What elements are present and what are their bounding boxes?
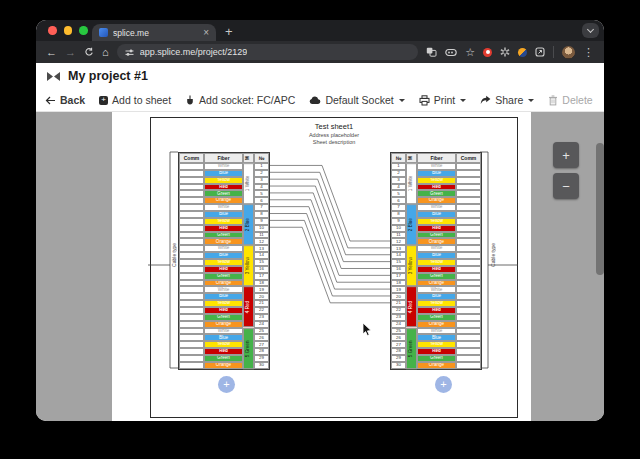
fiber-cell[interactable]: Red xyxy=(204,184,243,191)
fiber-cell[interactable]: Orange xyxy=(204,280,243,287)
fiber-cell[interactable]: Orange xyxy=(204,197,243,204)
right-cable-table[interactable]: CommFiberМ№White1Blue2Yellow3Red4Green5O… xyxy=(390,152,482,370)
splice-connection[interactable] xyxy=(268,227,390,303)
bookmark-star-icon[interactable]: ☆ xyxy=(465,47,475,58)
fiber-cell[interactable]: Orange xyxy=(417,238,456,245)
fiber-cell[interactable]: Orange xyxy=(417,280,456,287)
browser-menu-icon[interactable]: ⋮ xyxy=(583,46,594,59)
address-bar[interactable]: app.splice.me/project/2129 xyxy=(117,44,418,60)
fiber-cell[interactable]: Green xyxy=(417,232,456,239)
fiber-cell[interactable]: Red xyxy=(204,225,243,232)
zoom-in-button[interactable]: + xyxy=(553,142,579,168)
fiber-cell[interactable]: Yellow xyxy=(417,341,456,348)
tab-search-button[interactable] xyxy=(582,23,599,38)
fiber-cell[interactable]: Green xyxy=(417,314,456,321)
add-to-sheet-button[interactable]: + Add to sheet xyxy=(99,94,171,106)
fiber-cell[interactable]: White xyxy=(204,328,243,335)
share-button[interactable]: Share xyxy=(480,94,534,106)
splice-connection[interactable] xyxy=(268,207,390,283)
fiber-cell[interactable]: Blue xyxy=(417,170,456,177)
print-button[interactable]: Print xyxy=(419,94,467,106)
fiber-cell[interactable]: Green xyxy=(204,355,243,362)
fiber-cell[interactable]: Blue xyxy=(417,211,456,218)
fiber-cell[interactable]: Yellow xyxy=(204,300,243,307)
fiber-cell[interactable]: White xyxy=(417,163,456,170)
fiber-cell[interactable]: Red xyxy=(417,348,456,355)
fiber-cell[interactable]: Yellow xyxy=(204,341,243,348)
site-settings-icon[interactable] xyxy=(125,48,134,57)
fiber-cell[interactable]: White xyxy=(417,245,456,252)
fiber-cell[interactable]: Blue xyxy=(204,252,243,259)
browser-back-button[interactable]: ← xyxy=(46,47,57,58)
fiber-cell[interactable]: Red xyxy=(417,307,456,314)
fiber-cell[interactable]: Red xyxy=(204,348,243,355)
fiber-cell[interactable]: White xyxy=(417,204,456,211)
fiber-cell[interactable]: Orange xyxy=(417,197,456,204)
fiber-cell[interactable]: White xyxy=(204,204,243,211)
fiber-cell[interactable]: White xyxy=(204,245,243,252)
close-tab-icon[interactable]: × xyxy=(203,28,209,38)
window-controls[interactable] xyxy=(48,26,88,35)
profile-avatar[interactable] xyxy=(562,46,575,59)
fiber-cell[interactable]: Orange xyxy=(204,238,243,245)
extension-color-icon[interactable] xyxy=(518,48,527,57)
fiber-cell[interactable]: Blue xyxy=(417,293,456,300)
fiber-cell[interactable]: Green xyxy=(204,314,243,321)
reload-icon[interactable] xyxy=(84,47,94,57)
back-button[interactable]: Back xyxy=(45,94,85,106)
fiber-cell[interactable]: Yellow xyxy=(417,177,456,184)
extension-recorder-icon[interactable] xyxy=(483,48,492,57)
fiber-cell[interactable]: Red xyxy=(417,184,456,191)
fiber-cell[interactable]: Green xyxy=(204,232,243,239)
left-cable-table[interactable]: CommFiberМ№White1Blue2Yellow3Red4Green5O… xyxy=(178,152,270,370)
fiber-cell[interactable]: Orange xyxy=(204,362,243,369)
minimize-window-button[interactable] xyxy=(64,26,73,35)
fiber-cell[interactable]: Green xyxy=(417,355,456,362)
fiber-cell[interactable]: Yellow xyxy=(417,218,456,225)
browser-forward-button[interactable]: → xyxy=(65,47,76,58)
splice-connection[interactable] xyxy=(268,193,390,269)
fiber-cell[interactable]: Green xyxy=(204,190,243,197)
fiber-cell[interactable]: White xyxy=(417,328,456,335)
splice-connection[interactable] xyxy=(268,220,390,296)
home-icon[interactable]: ⌂ xyxy=(102,47,109,58)
translate-icon[interactable] xyxy=(426,47,437,57)
fiber-cell[interactable]: White xyxy=(417,286,456,293)
splice-connection[interactable] xyxy=(268,200,390,276)
fiber-cell[interactable]: Yellow xyxy=(204,259,243,266)
fiber-cell[interactable]: White xyxy=(204,163,243,170)
splice-connection[interactable] xyxy=(268,214,390,290)
fiber-cell[interactable]: Blue xyxy=(204,211,243,218)
fiber-cell[interactable]: Blue xyxy=(417,334,456,341)
fiber-cell[interactable]: Orange xyxy=(417,321,456,328)
fiber-cell[interactable]: Green xyxy=(417,190,456,197)
fiber-cell[interactable]: Red xyxy=(204,266,243,273)
fiber-cell[interactable]: Green xyxy=(204,273,243,280)
delete-button[interactable]: Delete xyxy=(548,94,592,106)
vertical-scrollbar[interactable] xyxy=(596,143,604,275)
fiber-cell[interactable]: White xyxy=(204,286,243,293)
extension-settings-icon[interactable] xyxy=(500,47,510,57)
fiber-cell[interactable]: Blue xyxy=(204,293,243,300)
zoom-out-button[interactable]: − xyxy=(553,173,579,199)
fiber-cell[interactable]: Blue xyxy=(417,252,456,259)
fiber-cell[interactable]: Blue xyxy=(204,334,243,341)
add-socket-button[interactable]: Add socket: FC/APC xyxy=(185,94,295,106)
passwords-icon[interactable] xyxy=(445,48,457,57)
fiber-cell[interactable]: Blue xyxy=(204,170,243,177)
splice-connection[interactable] xyxy=(268,179,390,255)
fullscreen-window-button[interactable] xyxy=(79,26,88,35)
fiber-cell[interactable]: Red xyxy=(417,266,456,273)
fiber-cell[interactable]: Green xyxy=(417,273,456,280)
fiber-cell[interactable]: Orange xyxy=(417,362,456,369)
right-add-fiber-button[interactable]: + xyxy=(435,376,452,393)
fiber-cell[interactable]: Yellow xyxy=(204,177,243,184)
new-tab-button[interactable]: + xyxy=(225,24,233,39)
fiber-cell[interactable]: Orange xyxy=(204,321,243,328)
fiber-cell[interactable]: Yellow xyxy=(417,300,456,307)
splice-connection[interactable] xyxy=(268,165,390,241)
fiber-cell[interactable]: Yellow xyxy=(417,259,456,266)
fiber-cell[interactable]: Yellow xyxy=(204,218,243,225)
fiber-cell[interactable]: Red xyxy=(417,225,456,232)
fiber-cell[interactable]: Red xyxy=(204,307,243,314)
